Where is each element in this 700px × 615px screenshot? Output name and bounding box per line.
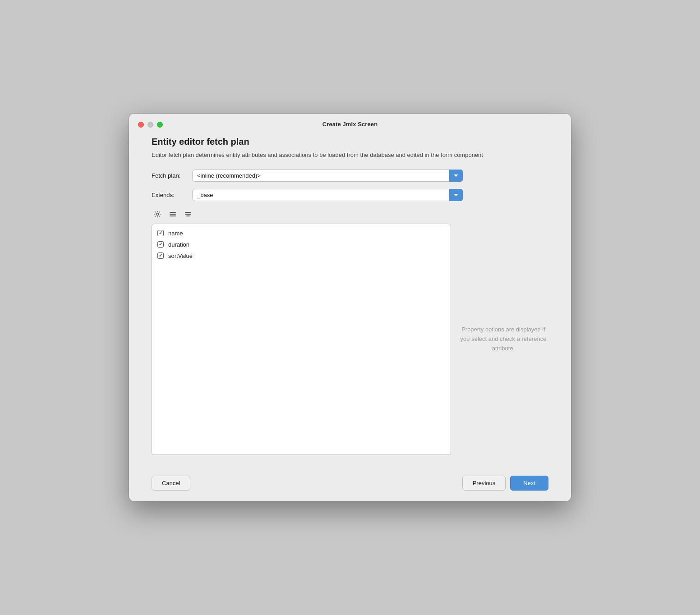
main-area: namedurationsortValue Property options a… <box>152 224 548 455</box>
maximize-button[interactable] <box>157 122 163 128</box>
attribute-item[interactable]: duration <box>152 239 451 250</box>
attributes-toolbar <box>152 208 548 220</box>
footer-right: Previous Next <box>462 476 548 491</box>
svg-rect-2 <box>170 214 176 215</box>
svg-point-0 <box>157 213 159 215</box>
deselect-all-button[interactable] <box>182 208 194 220</box>
extends-select[interactable]: _base <box>192 189 463 201</box>
window-title: Create Jmix Screen <box>322 121 378 128</box>
extends-select-wrapper: _base <box>192 189 463 201</box>
footer: Cancel Previous Next <box>129 468 571 501</box>
svg-rect-3 <box>170 216 176 216</box>
minimize-button[interactable] <box>147 122 153 128</box>
attribute-item[interactable]: sortValue <box>152 250 451 262</box>
next-button[interactable]: Next <box>510 476 548 491</box>
section-description: Editor fetch plan determines entity attr… <box>152 151 503 160</box>
attribute-item[interactable]: name <box>152 228 451 239</box>
property-hint: Property options are displayed if you se… <box>458 325 548 353</box>
previous-button[interactable]: Previous <box>462 476 506 491</box>
select-all-icon <box>169 210 177 218</box>
svg-rect-5 <box>185 214 191 215</box>
attribute-name: name <box>168 230 183 237</box>
fetch-plan-label: Fetch plan: <box>152 172 192 179</box>
title-bar: Create Jmix Screen <box>129 114 571 132</box>
svg-rect-4 <box>185 212 191 213</box>
traffic-lights <box>138 122 163 128</box>
fetch-plan-select-wrapper: <inline (recommended)> <box>192 170 463 182</box>
close-button[interactable] <box>138 122 144 128</box>
configure-button[interactable] <box>152 208 163 220</box>
deselect-all-icon <box>184 210 192 218</box>
attribute-checkbox[interactable] <box>157 252 164 259</box>
svg-rect-6 <box>186 216 190 216</box>
attributes-panel: namedurationsortValue <box>152 224 451 455</box>
select-all-button[interactable] <box>167 208 179 220</box>
content-area: Entity editor fetch plan Editor fetch pl… <box>129 132 571 468</box>
extends-row: Extends: _base <box>152 189 548 201</box>
extends-label: Extends: <box>152 192 192 198</box>
fetch-plan-row: Fetch plan: <inline (recommended)> <box>152 170 548 182</box>
property-panel: Property options are displayed if you se… <box>458 224 548 455</box>
fetch-plan-select[interactable]: <inline (recommended)> <box>192 170 463 182</box>
attribute-name: sortValue <box>168 252 193 259</box>
attribute-checkbox[interactable] <box>157 230 164 236</box>
attribute-name: duration <box>168 241 189 248</box>
cancel-button[interactable]: Cancel <box>152 476 190 491</box>
attribute-checkbox[interactable] <box>157 241 164 248</box>
dialog-window: Create Jmix Screen Entity editor fetch p… <box>129 114 571 501</box>
section-title: Entity editor fetch plan <box>152 137 548 147</box>
configure-icon <box>153 210 161 218</box>
svg-rect-1 <box>170 212 176 213</box>
